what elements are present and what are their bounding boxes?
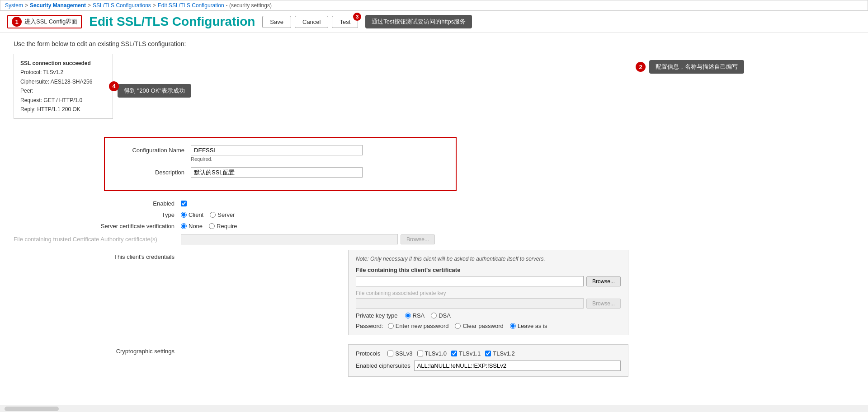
private-key-type-label: Private key type <box>356 312 398 319</box>
annotation-3-bubble: 通过Test按钮测试要访问的https服务 <box>365 15 472 28</box>
private-key-file-input[interactable] <box>356 298 584 309</box>
config-form-section: Configuration Name Required. Description <box>104 137 457 191</box>
private-key-file-hint: File containing associated private key <box>356 290 621 296</box>
password-leave-option[interactable]: Leave as is <box>510 323 547 329</box>
breadcrumb-system[interactable]: System <box>5 2 23 9</box>
enabled-checkbox[interactable] <box>181 201 187 206</box>
breadcrumb-ssl-configs[interactable]: SSL/TLS Configurations <box>93 2 151 9</box>
password-label: Password: <box>356 323 383 329</box>
private-key-rsa-option[interactable]: RSA <box>405 312 425 319</box>
page-title: Edit SSL/TLS Configuration <box>89 14 255 29</box>
ssl-result-line2: Protocol: TLSv1.2 <box>20 68 106 77</box>
ca-file-input[interactable] <box>181 234 398 244</box>
password-clear-option[interactable]: Clear password <box>455 323 503 329</box>
server-cert-require-radio[interactable] <box>209 223 215 229</box>
credentials-section: Note: Only necessary if this client will… <box>348 250 628 335</box>
header: 1 进入SSL Config界面 Edit SSL/TLS Configurat… <box>0 11 868 33</box>
ssl-result-line3: Ciphersuite: AES128-SHA256 <box>20 77 106 86</box>
crypto-wrapper: Cryptographic settings Protocols SSLv3 <box>14 344 628 381</box>
private-key-type-row: Private key type RSA DSA <box>356 312 621 319</box>
cancel-button[interactable]: Cancel <box>295 16 328 28</box>
tlsv10-checkbox[interactable] <box>417 351 423 356</box>
private-key-dsa-option[interactable]: DSA <box>431 312 451 319</box>
tlsv12-option[interactable]: TLSv1.2 <box>485 350 514 357</box>
private-key-rsa-radio[interactable] <box>405 313 411 318</box>
ssl-result-line4: Peer: <box>20 86 106 95</box>
type-client-radio[interactable] <box>181 212 187 218</box>
description-label: Description <box>114 167 191 176</box>
description-field-wrap <box>191 167 447 178</box>
crypto-label: Cryptographic settings <box>14 344 181 381</box>
server-cert-label: Server certificate verification <box>14 223 181 229</box>
cert-browse-button[interactable]: Browse... <box>586 276 621 286</box>
server-cert-none-radio[interactable] <box>181 223 187 229</box>
config-name-required: Required. <box>191 156 447 162</box>
annotation-4-text: 得到 "200 OK"表示成功 <box>124 87 185 95</box>
cert-file-row: Browse... <box>356 276 621 286</box>
ciphersuites-row: Enabled ciphersuites <box>356 360 621 371</box>
tlsv12-checkbox[interactable] <box>485 351 491 356</box>
server-cert-row: Server certificate verification None Req… <box>14 223 628 229</box>
private-key-dsa-radio[interactable] <box>431 313 437 318</box>
ssl-result-line6: Reply: HTTP/1.1 200 OK <box>20 105 106 114</box>
test-button[interactable]: Test 3 <box>332 16 358 28</box>
type-client-option[interactable]: Client <box>181 211 203 218</box>
private-key-file-row: Browse... <box>356 298 621 309</box>
server-cert-radio-group: None Require <box>181 223 237 229</box>
cert-file-label: File containing this client's certificat… <box>356 267 621 273</box>
tlsv10-option[interactable]: TLSv1.0 <box>417 350 447 357</box>
password-leave-radio[interactable] <box>510 323 516 329</box>
breadcrumb-security-management[interactable]: Security Management <box>30 2 86 9</box>
type-label: Type <box>14 211 181 218</box>
config-name-row: Configuration Name Required. <box>114 145 447 162</box>
credentials-note: Note: Only necessary if this client will… <box>356 256 621 262</box>
annotation-2-inner: 2 配置信息，名称与描述自己编写 <box>636 60 744 74</box>
annotation-4-bubble: 得到 "200 OK"表示成功 <box>118 84 191 98</box>
credentials-label: This client's credentials <box>14 250 181 340</box>
sslv3-option[interactable]: SSLv3 <box>387 350 412 357</box>
annotation-1-box: 1 进入SSL Config界面 <box>7 15 82 28</box>
form-description: Use the form below to edit an existing S… <box>14 40 854 47</box>
ca-file-input-row: Browse... <box>181 234 435 244</box>
config-name-input[interactable] <box>191 145 363 155</box>
crypto-section: Protocols SSLv3 TLSv1.0 TL <box>348 344 628 377</box>
tlsv11-checkbox[interactable] <box>451 351 457 356</box>
protocols-label: Protocols <box>356 350 380 357</box>
breadcrumb-edit[interactable]: Edit SSL/TLS Configuration <box>158 2 224 9</box>
annotation-3-text: 通过Test按钮测试要访问的https服务 <box>372 18 466 26</box>
bottom-scrollbar[interactable] <box>0 405 868 409</box>
sslv3-checkbox[interactable] <box>387 351 393 356</box>
server-cert-require-option[interactable]: Require <box>209 223 237 229</box>
password-radio-group: Enter new password Clear password Leave … <box>388 323 547 329</box>
header-buttons: Save Cancel Test 3 <box>262 16 358 28</box>
description-input[interactable] <box>191 167 363 178</box>
scrollbar-thumb[interactable] <box>5 407 59 409</box>
password-enter-radio[interactable] <box>388 323 394 329</box>
save-button[interactable]: Save <box>262 16 291 28</box>
breadcrumb: System > Security Management > SSL/TLS C… <box>0 0 868 11</box>
ca-file-row: File containing trusted Certificate Auth… <box>14 234 628 244</box>
server-cert-none-option[interactable]: None <box>181 223 203 229</box>
ssl-result-line5: Request: GET / HTTP/1.0 <box>20 96 106 105</box>
ssl-result-line1: SSL connection succeeded <box>20 59 106 68</box>
private-key-browse-button[interactable]: Browse... <box>586 299 621 309</box>
annotation-2-number: 2 <box>636 62 646 72</box>
password-row: Password: Enter new password Clear passw… <box>356 323 621 329</box>
annotation-2-text: 配置信息，名称与描述自己编写 <box>656 63 738 70</box>
annotation-1-label: 进入SSL Config界面 <box>24 18 77 26</box>
annotation-1-number: 1 <box>12 17 22 27</box>
ca-browse-button[interactable]: Browse... <box>401 234 435 244</box>
credentials-wrapper: This client's credentials Note: Only nec… <box>14 250 628 340</box>
ca-file-label: File containing trusted Certificate Auth… <box>14 236 181 243</box>
ciphersuites-label: Enabled ciphersuites <box>356 362 410 369</box>
tlsv11-option[interactable]: TLSv1.1 <box>451 350 481 357</box>
type-server-radio[interactable] <box>210 212 216 218</box>
password-enter-option[interactable]: Enter new password <box>388 323 449 329</box>
enabled-row: Enabled <box>14 200 628 207</box>
type-server-option[interactable]: Server <box>210 211 235 218</box>
ciphersuites-input[interactable] <box>414 360 621 371</box>
type-radio-group: Client Server <box>181 211 235 218</box>
password-clear-radio[interactable] <box>455 323 461 329</box>
cert-file-input[interactable] <box>356 276 584 286</box>
breadcrumb-suffix: - (security settings) <box>226 2 272 9</box>
